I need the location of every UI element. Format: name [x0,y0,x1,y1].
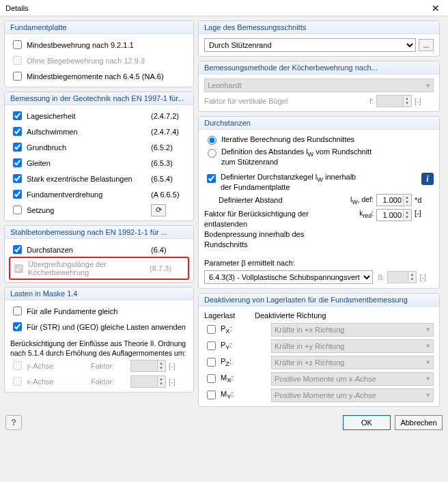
load-label: MY: [221,390,268,400]
label: Ohne Biegebewehrung nach 12.9.3 [27,57,188,65]
dialog-body: Fundamentplatte Mindestbewehrung nach 9.… [0,16,448,411]
unit: [-] [415,97,434,105]
col-header: Deaktivierte Richtung [255,311,434,320]
sym: f: [361,97,374,105]
select-my-dir: Positive Momente um y-Achse [271,388,434,402]
info-icon[interactable]: i [421,173,434,185]
label: Lagesicherheit [27,112,148,120]
select-pz-dir: Kräfte in +z Richtung [271,356,434,369]
chk-gleiten[interactable] [13,158,22,167]
label: Stark exzentrische Belastungen [27,175,148,183]
sym: ß: [376,273,384,281]
chk-px[interactable] [207,325,216,334]
chk-grundbruch[interactable] [13,143,22,152]
group-deaktivierung: Deaktivierung von Lagerlasten für die Fu… [198,293,440,407]
select-beta[interactable]: 6.4.3(3) - Vollplastische Schubspannungs… [204,270,373,284]
group-koecher-methode: Bemessungsmethode der Köcherbewehrung na… [198,61,440,112]
label: Parameter β ermittelt nach: [204,259,434,267]
group-header: Durchstanzen [199,117,439,130]
beta-input: ▲▼ [387,271,417,283]
ref: (6.5.2) [151,143,188,152]
unit: [-] [419,273,434,281]
ref: (8.7.3) [150,264,186,272]
y-faktor-input: ▲▼ [130,360,166,372]
chk-y-achse [13,361,22,370]
ref: (6.4) [151,246,188,254]
faktor-buegel-input: ▲▼ [376,95,412,107]
group-lage-schnitt: Lage des Bemessungsschnitts Durch Stütze… [198,20,440,57]
chk-mx[interactable] [207,374,216,383]
group-durchstanzen: Durchstanzen Iterative Berechnung des Ru… [198,116,440,289]
label: Aufschwimmen [27,128,148,136]
ref: (2.4.7.2) [151,112,188,120]
ref: (6.5.4) [151,175,188,183]
help-button[interactable]: ? [5,415,22,430]
chk-lagesicherheit[interactable] [13,111,22,120]
label: Gleiten [27,159,148,167]
ref: ⟳ [151,204,188,216]
highlight-uebergreif: Übergreifungslänge der Köcherbewehrung(8… [9,257,189,280]
sym: kred: [345,209,374,219]
label: Grundbruch [27,143,148,152]
chk-mindestbewehrung[interactable] [13,40,22,49]
label: Definierter Abstand [219,196,342,204]
select-lage-schnitt[interactable]: Durch Stützenrand [204,38,416,52]
x-faktor-input: ▲▼ [130,375,166,388]
radio-iterative[interactable] [208,136,216,145]
radio-def-abstand[interactable] [208,149,216,158]
chk-x-achse [13,377,22,386]
settings-icon[interactable]: ⟳ [151,204,166,216]
label: Durchstanzen [27,246,148,254]
select-px-dir: Kräfte in +x Richtung [271,323,434,337]
close-icon[interactable]: ✕ [429,3,443,14]
label: Übergreifungslänge der Köcherbewehrung [28,260,147,277]
load-label: MX: [221,373,268,384]
group-header: Lage des Bemessungsschnitts [199,21,439,34]
ref: (2.4.7.4) [151,128,188,136]
label: y-Achse [27,362,88,370]
chk-mindestbiege[interactable] [13,72,22,81]
group-header: Lasten in Maske 1.4 [5,287,193,300]
chk-my[interactable] [207,391,216,399]
button-bar: ? OK Abbrechen [0,411,448,434]
group-fundamentplatte: Fundamentplatte Mindestbewehrung nach 9.… [4,20,194,87]
chk-kegel[interactable] [207,174,216,183]
kred-input[interactable]: 1.000▲▼ [376,209,412,221]
chk-ohne-biege [13,56,22,65]
group-header: Fundamentplatte [5,21,193,34]
chk-exzentrisch[interactable] [13,174,22,183]
chk-setzung[interactable] [13,205,22,214]
chk-verdrehung[interactable] [13,190,22,199]
ref: (6.5.3) [151,159,188,167]
unit: *d [415,196,434,204]
chk-durchstanzen[interactable] [13,245,22,254]
group-header: Bemessung in der Geotechnik nach EN 1997… [5,92,193,105]
select-mx-dir: Positive Momente um x-Achse [271,372,434,386]
label: Mindestbiegemomente nach 6.4.5 (NA.6) [27,72,188,81]
chk-py[interactable] [207,341,216,350]
label: Definition des Abstandes lW vom Rundschn… [221,147,434,166]
chk-pz[interactable] [207,358,216,367]
browse-button[interactable]: ... [419,39,434,51]
unit: [-] [415,209,434,217]
label: Faktor für Berücksichtigung der entlaste… [204,209,342,249]
chk-alle-fundamente[interactable] [13,307,22,315]
label: x-Achse [27,378,88,386]
load-label: PY: [221,341,268,351]
def-abstand-input[interactable]: 1.000▲▼ [376,194,412,206]
ref: (A 6.6.5) [151,190,188,199]
chk-str-geo[interactable] [13,322,22,331]
chk-uebergreif [14,264,23,273]
ok-button[interactable]: OK [343,415,391,430]
label: Faktor: [91,362,128,370]
chk-aufschwimmen[interactable] [13,127,22,136]
group-lasten: Lasten in Maske 1.4 Für alle Fundamente … [4,287,194,393]
label: Setzung [27,206,148,214]
unit: [-] [169,362,188,370]
unit: [-] [169,378,188,386]
group-geotechnik: Bemessung in der Geotechnik nach EN 1997… [4,91,194,221]
window-title: Details [5,4,29,12]
label: Faktor: [91,378,128,386]
cancel-button[interactable]: Abbrechen [395,415,443,430]
group-header: Bemessungsmethode der Köcherbewehrung na… [199,61,439,74]
